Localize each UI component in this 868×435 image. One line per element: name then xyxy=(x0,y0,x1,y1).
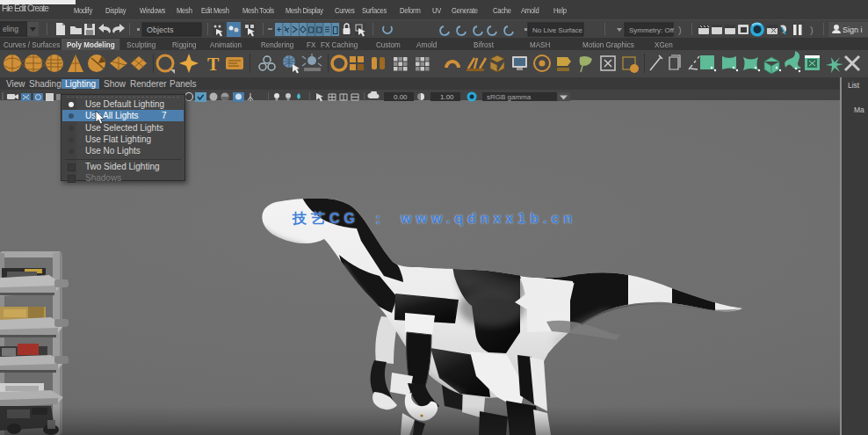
svg-text:): ) xyxy=(810,25,814,35)
svg-text:T: T xyxy=(207,54,220,74)
svg-text:1.00: 1.00 xyxy=(440,93,454,101)
svg-text:sRGB gamma: sRGB gamma xyxy=(487,93,532,101)
svg-text:eling: eling xyxy=(3,25,18,33)
svg-text:No Live Surface: No Live Surface xyxy=(532,26,582,34)
svg-text:0.00: 0.00 xyxy=(394,93,408,101)
svg-text:Objects: Objects xyxy=(147,25,174,34)
svg-text:Symmetry: Off: Symmetry: Off xyxy=(629,26,675,34)
svg-text:): ) xyxy=(678,25,682,35)
svg-text:Sign i: Sign i xyxy=(843,25,863,34)
